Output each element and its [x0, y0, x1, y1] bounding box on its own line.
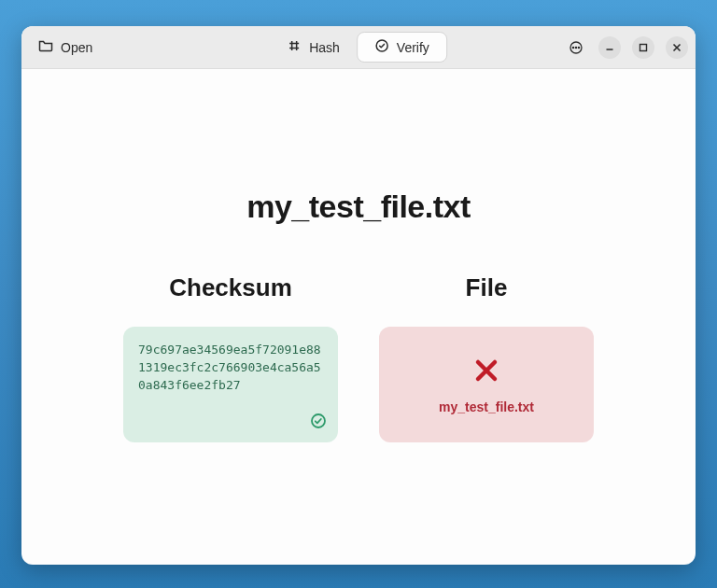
hash-icon [287, 38, 302, 56]
maximize-icon [636, 40, 651, 55]
svg-point-7 [575, 47, 576, 48]
result-columns: Checksum 79c697ae34569ea5f72091e881319ec… [123, 273, 594, 442]
file-column: File my_test_file.txt [379, 273, 594, 442]
menu-button[interactable] [565, 36, 587, 59]
minimize-button[interactable] [598, 36, 621, 59]
checksum-heading: Checksum [169, 273, 292, 302]
app-window: Open Hash [21, 26, 696, 565]
check-circle-icon [310, 413, 327, 433]
tab-verify[interactable]: Verify [357, 32, 447, 63]
verify-icon [374, 38, 389, 56]
main-content: my_test_file.txt Checksum 79c697ae34569e… [21, 69, 696, 565]
checksum-value: 79c697ae34569ea5f72091e881319ec3fc2c7669… [138, 342, 323, 395]
view-switcher: Hash Verify [270, 32, 447, 63]
maximize-button[interactable] [632, 36, 654, 59]
folder-icon [38, 38, 53, 56]
header-right [565, 36, 688, 59]
header-left: Open [29, 33, 102, 62]
svg-point-8 [578, 47, 579, 48]
file-heading: File [466, 273, 508, 302]
close-button[interactable] [666, 36, 688, 59]
open-button-label: Open [61, 40, 92, 55]
checksum-column: Checksum 79c697ae34569ea5f72091e881319ec… [123, 273, 338, 442]
page-title: my_test_file.txt [246, 189, 471, 225]
svg-point-6 [572, 47, 573, 48]
x-icon [471, 355, 502, 390]
checksum-card[interactable]: 79c697ae34569ea5f72091e881319ec3fc2c7669… [123, 327, 338, 442]
svg-rect-10 [640, 44, 647, 50]
tab-hash[interactable]: Hash [270, 32, 357, 63]
tab-verify-label: Verify [397, 40, 429, 55]
minimize-icon [602, 40, 617, 55]
tab-hash-label: Hash [309, 40, 340, 55]
header-bar: Open Hash [21, 26, 696, 69]
file-card[interactable]: my_test_file.txt [379, 327, 594, 442]
file-card-label: my_test_file.txt [439, 399, 534, 414]
close-icon [669, 40, 684, 55]
ellipsis-icon [569, 40, 583, 55]
open-button[interactable]: Open [29, 33, 102, 62]
